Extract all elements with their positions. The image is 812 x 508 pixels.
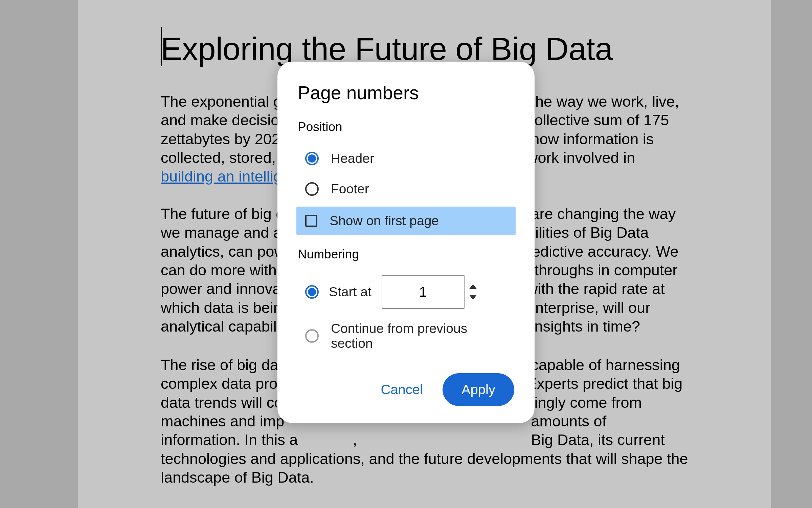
spinner-down-icon[interactable] — [469, 295, 477, 300]
cancel-button[interactable]: Cancel — [370, 375, 433, 404]
dialog-title: Page numbers — [298, 82, 514, 104]
checkbox-first-page-label: Show on first page — [330, 213, 507, 228]
start-at-label: Start at — [329, 284, 371, 299]
spinner-up-icon[interactable] — [469, 284, 477, 289]
radio-continue-label: Continue from previous section — [331, 321, 507, 351]
document-paragraph-3-right[interactable]: capable of harnessing Experts predict th… — [527, 356, 682, 449]
document-paragraph-1-right[interactable]: the way we work, live, collective sum of… — [527, 92, 679, 167]
document-paragraph-2-left[interactable]: The future of big d we manage and ar ana… — [161, 205, 287, 336]
start-at-input[interactable] — [382, 275, 465, 309]
page-numbers-dialog: Page numbers Position Header Footer Show… — [277, 62, 535, 423]
radio-start-at[interactable] — [305, 285, 319, 299]
radio-header-label: Header — [331, 151, 507, 166]
document-paragraph-1-left[interactable]: The exponential gr and make decision zet… — [161, 92, 289, 186]
dialog-actions: Cancel Apply — [298, 373, 514, 406]
start-at-spinner — [469, 284, 477, 300]
radio-footer[interactable] — [305, 182, 319, 196]
position-footer-option[interactable]: Footer — [298, 176, 514, 202]
position-header-option[interactable]: Header — [298, 146, 514, 171]
document-paragraph-2-right[interactable]: are changing the way bilities of Big Dat… — [527, 205, 678, 336]
position-section-label: Position — [298, 120, 514, 134]
radio-footer-label: Footer — [331, 182, 507, 196]
checkbox-first-page[interactable] — [305, 215, 317, 227]
radio-continue[interactable] — [305, 329, 319, 343]
numbering-section-label: Numbering — [298, 247, 514, 261]
start-at-input-group — [382, 275, 477, 309]
radio-header[interactable] — [305, 152, 319, 165]
link-building-intelligence[interactable]: building an intellig — [161, 168, 282, 185]
apply-button[interactable]: Apply — [443, 373, 514, 406]
continue-from-previous-option[interactable]: Continue from previous section — [298, 316, 514, 356]
show-on-first-page-option[interactable]: Show on first page — [296, 207, 516, 235]
start-at-option[interactable]: Start at — [298, 273, 514, 311]
